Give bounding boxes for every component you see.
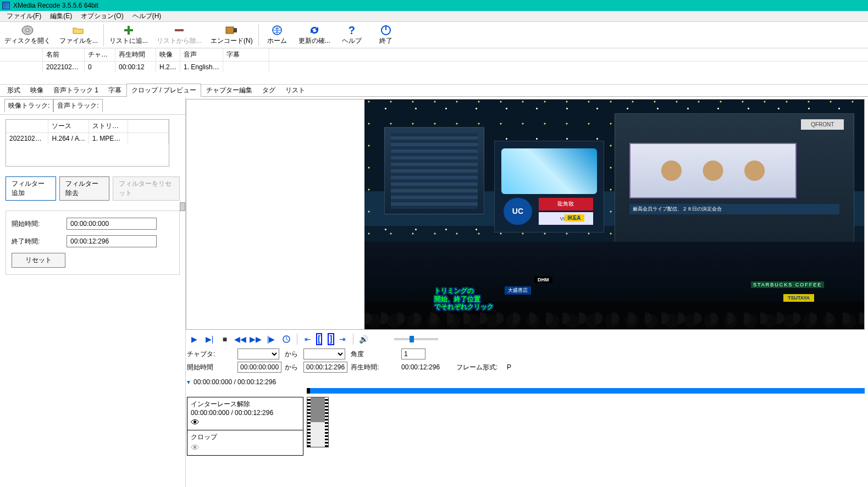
player-end-input[interactable] <box>303 362 347 373</box>
volume-thumb[interactable] <box>410 336 414 342</box>
svg-rect-9 <box>385 25 386 30</box>
start-time-label: 開始時間: <box>12 219 67 229</box>
clock-button[interactable] <box>279 333 294 345</box>
open-disc-label: ディスクを開く <box>4 36 51 46</box>
filter-crop[interactable]: クロップ 👁 <box>187 430 303 456</box>
start-time-input[interactable] <box>67 218 157 230</box>
filter-remove-button[interactable]: フィルター除去 <box>59 176 110 201</box>
track-tabs: 映像トラック: 音声トラック: <box>0 97 185 115</box>
tab-crop-preview[interactable]: クロップ / プレビュー <box>126 84 201 97</box>
set-in-point-button[interactable]: [ <box>316 333 322 345</box>
set-out-point-button[interactable]: ] <box>328 333 334 345</box>
col-source[interactable]: ソース <box>48 120 89 132</box>
filter-add-button[interactable]: フィルター追加 <box>5 176 56 201</box>
reset-button[interactable]: リセット <box>12 253 65 268</box>
menu-help[interactable]: ヘルプ(H) <box>128 10 166 22</box>
tab-list[interactable]: リスト <box>280 84 310 97</box>
col-stream[interactable]: ストリーム <box>89 120 129 132</box>
tab-audio-track-1[interactable]: 音声トラック 1 <box>48 84 103 97</box>
menu-bar: ファイル(F) 編集(E) オプション(O) ヘルプ(H) <box>0 11 868 22</box>
exit-label: 終了 <box>379 36 392 46</box>
chapter-to-select[interactable] <box>303 348 345 359</box>
col-blank[interactable] <box>6 120 48 132</box>
home-label: ホーム <box>267 36 287 46</box>
main-toolbar: ディスクを開く ファイルを... リストに追... リストから除... エンコー… <box>0 22 868 48</box>
ad-red: 龍角散 <box>539 198 593 211</box>
next-frame-button[interactable]: ▶| <box>202 333 217 345</box>
update-button[interactable]: 更新の確... <box>294 23 335 48</box>
filter-title: インターレース解除 <box>191 400 300 409</box>
player-controls: ▶ ▶| ■ ◀◀ ▶▶ |▶ ⇤ [ ] ⇥ 🔊 <box>186 330 868 346</box>
filter-stack: インターレース解除 00:00:00:000 / 00:00:12:296 👁 … <box>187 397 867 456</box>
col-video[interactable]: 映像 <box>156 48 180 61</box>
file-row[interactable]: 20221021_... 0 00:00:12 H.26... 1. Engli… <box>0 62 868 73</box>
tab-chapter-edit[interactable]: チャプター編集 <box>201 84 257 97</box>
player-start-input[interactable] <box>237 362 281 373</box>
add-list-button[interactable]: リストに追... <box>105 23 152 48</box>
film-strip-thumbnail <box>307 397 329 447</box>
col-playtime[interactable]: 再生時間 <box>115 48 156 61</box>
encode-icon <box>224 24 239 36</box>
filter-deinterlace[interactable]: インターレース解除 00:00:00:000 / 00:00:12:296 👁 <box>187 397 303 430</box>
encode-button[interactable]: エンコード(N) <box>206 23 257 48</box>
tab-video[interactable]: 映像 <box>25 84 48 97</box>
col-subtitle[interactable]: 字幕 <box>223 48 269 61</box>
tab-subtitle[interactable]: 字幕 <box>103 84 126 97</box>
help-button[interactable]: ? ヘルプ <box>335 23 369 48</box>
chapter-from-select[interactable] <box>237 348 279 359</box>
controls-separator <box>297 334 297 345</box>
volume-icon[interactable]: 🔊 <box>357 333 371 345</box>
jump-to-start-button[interactable]: ⇤ <box>301 333 315 345</box>
end-time-input[interactable] <box>67 235 157 247</box>
tab-audio-track[interactable]: 音声トラック: <box>53 99 102 112</box>
eye-off-icon[interactable]: 👁 <box>191 443 300 453</box>
help-label: ヘルプ <box>342 36 362 46</box>
cell-playtime: 00:00:12 <box>115 62 156 73</box>
step-forward-button[interactable]: |▶ <box>264 333 278 345</box>
col-chapter[interactable]: チャプター <box>85 48 115 61</box>
angle-spinner[interactable]: 1 <box>401 348 425 359</box>
forward-button[interactable]: ▶▶ <box>248 333 263 345</box>
starbucks-sign: STARBUCKS COFFEE <box>751 281 824 288</box>
open-file-button[interactable]: ファイルを... <box>55 23 102 48</box>
filter-reset-button: フィルターをリセット <box>113 176 180 201</box>
eye-icon[interactable]: 👁 <box>191 418 300 428</box>
remove-list-button: リストから除... <box>152 23 206 48</box>
exit-button[interactable]: 終了 <box>369 23 403 48</box>
col-blank2[interactable] <box>128 120 169 132</box>
annotation-overlay: トリミングの 開始、終了位置 でそれぞれクリック <box>434 287 494 311</box>
exit-icon <box>379 24 393 36</box>
play-button[interactable]: ▶ <box>187 333 201 345</box>
rewind-button[interactable]: ◀◀ <box>233 333 247 345</box>
main-tabs: 形式 映像 音声トラック 1 字幕 クロップ / プレビュー チャプター編集 タ… <box>0 85 868 97</box>
timeline-track[interactable] <box>307 388 865 394</box>
menu-edit[interactable]: 編集(E) <box>46 10 76 22</box>
remove-list-label: リストから除... <box>157 36 202 46</box>
duration-value: 00:00:12:296 <box>401 363 456 371</box>
open-disc-button[interactable]: ディスクを開く <box>0 23 55 48</box>
col-audio[interactable]: 音声 <box>180 48 223 61</box>
menu-option[interactable]: オプション(O) <box>76 10 128 22</box>
jump-to-end-button[interactable]: ⇥ <box>335 333 350 345</box>
tab-tag[interactable]: タグ <box>257 84 280 97</box>
col-name[interactable]: 名前 <box>43 48 85 61</box>
preview-video-frame[interactable]: UC 龍角散 VISA QFRONT 最高会員ライブ配信、２８日の決定会合 IK… <box>364 99 864 329</box>
home-button[interactable]: ホーム <box>260 23 294 48</box>
minus-icon <box>172 24 186 36</box>
tab-video-track[interactable]: 映像トラック: <box>4 99 53 112</box>
volume-slider[interactable] <box>394 338 438 340</box>
track-row[interactable]: 20221021_2... H.264 / AV... 1. MPEG-4 ..… <box>6 133 169 144</box>
ikea-sign: IKEA <box>565 214 584 222</box>
uc-logo: UC <box>504 198 532 225</box>
chevron-down-icon[interactable]: ▾ <box>187 378 190 386</box>
window-title: XMedia Recode 3.5.5.6 64bit <box>13 2 98 9</box>
frame-format-label: フレーム形式: <box>456 363 507 372</box>
cell-chapter: 0 <box>85 62 115 73</box>
col-blank[interactable] <box>0 48 43 61</box>
scrollbar-thumb[interactable] <box>180 202 185 211</box>
menu-file[interactable]: ファイル(F) <box>2 10 46 22</box>
player-parameters: チャプタ: から 角度 1 開始時間 から 再生時間: 00:00:12:296… <box>186 346 868 375</box>
open-file-label: ファイルを... <box>59 36 98 46</box>
stop-button[interactable]: ■ <box>218 333 232 345</box>
tab-format[interactable]: 形式 <box>2 84 25 97</box>
